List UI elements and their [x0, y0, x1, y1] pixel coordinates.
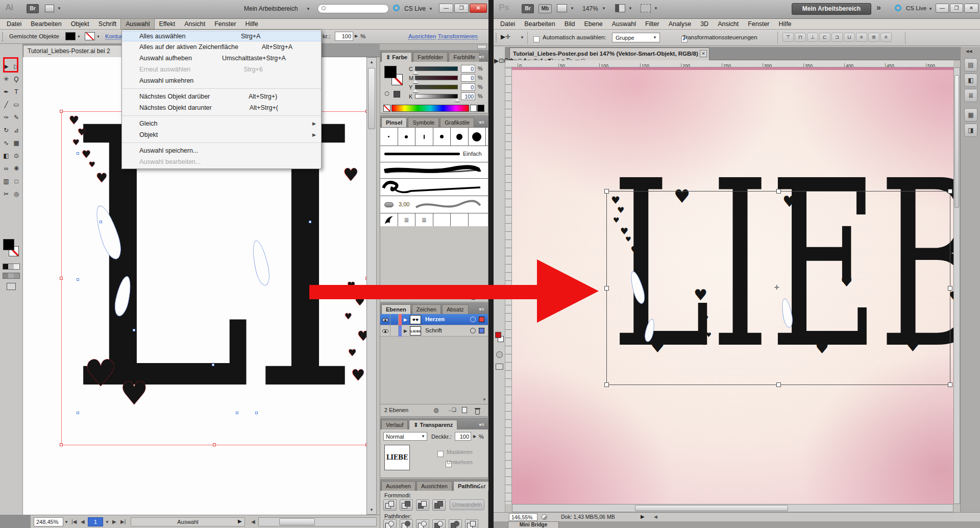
align-button[interactable]: ⊐	[831, 33, 843, 42]
panel-icon[interactable]: ▦	[964, 108, 977, 122]
panel-tab[interactable]: Farbfelder	[413, 52, 448, 62]
scrollbar-thumb[interactable]	[635, 505, 788, 511]
opacity-input[interactable]: 100	[455, 432, 471, 441]
target-circle-icon[interactable]	[470, 328, 476, 333]
menu-item[interactable]	[122, 140, 321, 143]
status-arrow-icon[interactable]: ▶	[238, 518, 242, 524]
menu-bar-item[interactable]: 3D	[696, 19, 713, 29]
align-button[interactable]: ⊔	[844, 33, 855, 42]
panel-tab[interactable]: ⇕ Transparenz	[409, 420, 457, 429]
color-spectrum-bar[interactable]	[391, 105, 469, 112]
auto-select-checkbox[interactable]	[533, 36, 540, 42]
fill-proxy-swatch[interactable]	[384, 66, 397, 78]
menu-bar-item[interactable]: Bearbeiten	[26, 19, 66, 29]
rotate-tool-icon[interactable]: ↻	[1, 124, 11, 137]
toolbar-fill-swatch[interactable]	[3, 239, 14, 250]
cs-live-button[interactable]: CS Live	[906, 5, 926, 11]
selection-handle[interactable]	[60, 443, 63, 446]
menu-bar-item[interactable]: Ebene	[580, 19, 607, 29]
blend-tool-icon[interactable]: ∞	[1, 162, 11, 175]
menu-bar-item[interactable]: Ansicht	[180, 19, 210, 29]
panel-icon[interactable]: ◨	[964, 124, 977, 137]
eyedropper-tool-icon[interactable]: ⊙	[11, 150, 21, 162]
selection-indicator[interactable]	[479, 328, 484, 333]
slider-value-input[interactable]: 0	[461, 74, 475, 82]
stroke-arrow-icon[interactable]: ▼	[96, 35, 100, 38]
type-tool-icon[interactable]: T	[11, 86, 21, 99]
mini-bridge-tab[interactable]: Mini Bridge	[508, 521, 559, 528]
gradient-tool-icon[interactable]: ◧	[1, 150, 11, 162]
transform-handle[interactable]	[776, 189, 781, 194]
close-button[interactable]: ✕	[964, 4, 978, 13]
menu-item[interactable]: Gleich ▶	[122, 118, 321, 129]
slider-value-input[interactable]: 0	[461, 65, 475, 73]
restore-button[interactable]: ❐	[950, 4, 963, 13]
menu-bar-item[interactable]: Hilfe	[774, 19, 796, 29]
anchor-point[interactable]	[255, 412, 258, 414]
slider-handle[interactable]	[413, 70, 418, 74]
opacity-spinner-icon[interactable]: ▶	[355, 34, 358, 38]
expand-arrow-icon[interactable]: ▶	[404, 317, 407, 322]
scroll-up-icon[interactable]: ▲	[482, 316, 486, 321]
menu-bar-item[interactable]: Auswahl	[607, 19, 641, 29]
panel-menu-icon[interactable]: ▾≡	[476, 420, 487, 429]
draw-mode-buttons[interactable]	[3, 273, 20, 279]
vertical-ruler[interactable]	[505, 60, 512, 504]
align-button[interactable]: ⊥	[807, 33, 818, 42]
visibility-toggle[interactable]	[380, 314, 390, 325]
menu-bar-item[interactable]: Schrift	[94, 19, 121, 29]
close-button[interactable]: ✕	[470, 4, 487, 13]
charcoal-brush-row[interactable]	[380, 162, 488, 179]
menu-item[interactable]: Auswahl bearbeiten...	[122, 156, 321, 167]
menu-bar-item[interactable]: Fenster	[743, 19, 774, 29]
menu-bar-item[interactable]: Auswahl	[121, 19, 154, 29]
pattern-brush-row[interactable]: 3,00	[380, 196, 488, 213]
pattern-tile[interactable]: ≣	[415, 213, 433, 226]
screen-mode-arrow-icon[interactable]: ▼	[654, 6, 658, 11]
transform-handle[interactable]	[948, 286, 952, 291]
pattern-tiles-row[interactable]: ≣ ≣	[380, 213, 488, 227]
expand-dock-icon[interactable]: ◀◀	[966, 49, 972, 54]
menu-bar-item[interactable]: Filter	[641, 19, 664, 29]
color-mode-buttons[interactable]	[3, 263, 20, 270]
selection-handle[interactable]	[213, 443, 216, 446]
panel-tab[interactable]: Farbhilfe	[449, 52, 480, 62]
stroke-color-swatch[interactable]	[85, 32, 95, 40]
spectrum-none-swatch[interactable]	[383, 105, 390, 112]
anchor-point[interactable]	[309, 221, 311, 223]
panel-grip-icon[interactable]	[496, 33, 498, 42]
slider-handle[interactable]	[413, 80, 418, 83]
panel-tab[interactable]: ⇕ Farbe	[381, 52, 412, 62]
panel-tab[interactable]: Aussehen	[381, 481, 415, 491]
new-layer-icon[interactable]	[462, 407, 467, 413]
lasso-tool-icon[interactable]: Ϙ	[11, 73, 21, 86]
align-button[interactable]: ⊤	[782, 33, 794, 42]
panel-icon[interactable]: ≣	[964, 89, 977, 102]
ornament-brush-row[interactable]	[380, 179, 488, 196]
unite-shape-button[interactable]	[383, 499, 397, 511]
menu-bar-item[interactable]: Datei	[496, 19, 520, 29]
previous-page-icon[interactable]: ◀	[81, 519, 85, 524]
scroll-down-icon[interactable]: ▼	[370, 508, 374, 512]
crop-button[interactable]	[432, 519, 446, 528]
align-panel-link[interactable]: Ausrichten	[408, 33, 436, 40]
first-page-icon[interactable]: |◀	[71, 519, 77, 524]
close-tab-icon[interactable]: ✕	[700, 50, 707, 57]
menu-bar-item[interactable]: Bearbeiten	[520, 19, 559, 29]
menu-item[interactable]: Erneut auswählen Strg+6	[122, 64, 321, 75]
align-button[interactable]: ⊏	[819, 33, 830, 42]
scrollbar-thumb[interactable]	[368, 68, 375, 129]
visibility-toggle[interactable]	[380, 325, 390, 337]
column-graph-tool-icon[interactable]: ▥	[1, 175, 11, 188]
mesh-tool-icon[interactable]: ▦	[11, 137, 21, 150]
arrange-documents-icon[interactable]	[615, 4, 625, 12]
panel-grip-icon[interactable]	[2, 32, 4, 41]
make-clipping-mask-icon[interactable]: ◍	[433, 406, 438, 414]
status-arrow-icon[interactable]: ▶	[641, 514, 645, 519]
mask-checkbox[interactable]	[437, 451, 444, 457]
status-field[interactable]: Auswahl	[131, 517, 245, 526]
brush-item[interactable]	[469, 128, 486, 146]
workspace-switcher[interactable]: Mein Arbeitsbereich	[244, 5, 298, 12]
anchor-point[interactable]	[133, 329, 135, 331]
layer-row-schrift[interactable]: ▶ LIEBE Schrift	[380, 325, 488, 337]
